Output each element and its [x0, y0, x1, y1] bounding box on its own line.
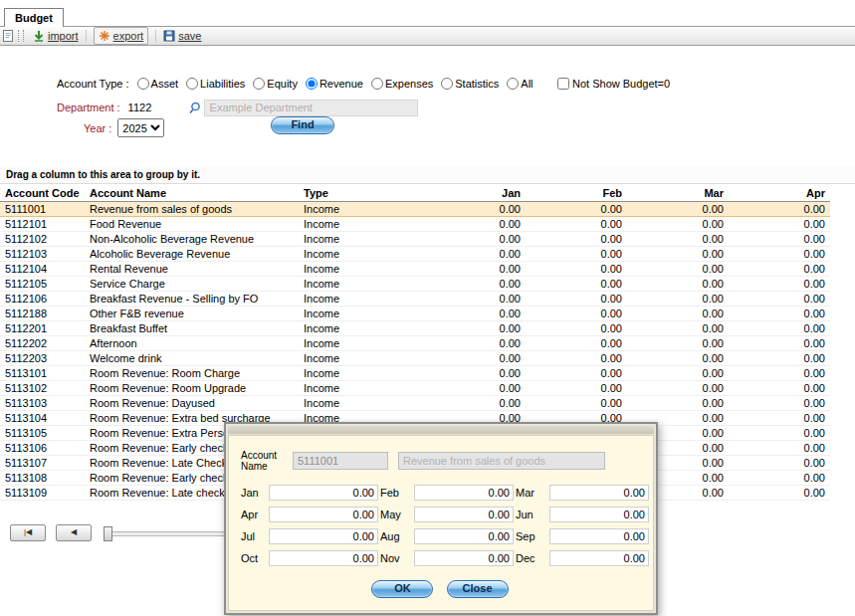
feb-cell: 0.00 [526, 202, 627, 217]
type-cell: Income [299, 217, 433, 232]
feb-cell: 0.00 [526, 247, 627, 262]
table-row[interactable]: 5112203Welcome drinkIncome0.000.000.000.… [0, 351, 830, 366]
apr-cell: 0.00 [729, 381, 830, 396]
month-may-input[interactable] [414, 507, 514, 522]
apr-cell: 0.00 [729, 426, 830, 441]
col-apr[interactable]: Apr [729, 184, 830, 202]
table-row[interactable]: 5113103Room Revenue: DayusedIncome0.000.… [0, 396, 830, 411]
not-show-budget-checkbox[interactable]: Not Show Budget=0 [557, 78, 670, 90]
apr-cell: 0.00 [729, 307, 830, 321]
jan-cell: 0.00 [433, 217, 526, 232]
type-cell: Income [299, 366, 433, 381]
type-cell: Income [299, 336, 433, 351]
table-row[interactable]: 5112106Breakfast Revenue - Selling by FO… [0, 292, 830, 307]
ok-button[interactable]: OK [371, 580, 433, 598]
col-account-name[interactable]: Account Name [85, 184, 299, 202]
account-code-cell: 5112106 [0, 292, 85, 307]
col-mar[interactable]: Mar [627, 184, 729, 202]
account-name-label: Account Name [241, 450, 289, 472]
month-apr-input[interactable] [269, 507, 378, 522]
jan-cell: 0.00 [433, 262, 526, 277]
jan-cell: 0.00 [433, 351, 526, 366]
account-name-cell: Breakfast Buffet [85, 321, 299, 336]
account-type-label: Statistics [455, 78, 499, 90]
account-type-radio-revenue[interactable] [306, 78, 318, 90]
close-button[interactable]: Close [447, 580, 509, 598]
account-type-radio-statistics[interactable] [441, 78, 453, 90]
jan-cell: 0.00 [433, 336, 526, 351]
account-code-cell: 5113102 [0, 381, 85, 396]
table-row[interactable]: 5112101Food RevenueIncome0.000.000.000.0… [0, 217, 830, 232]
table-row[interactable]: 5112105Service ChargeIncome0.000.000.000… [0, 277, 830, 292]
account-name-cell: Room Revenue: Room Upgrade [85, 381, 299, 396]
col-type[interactable]: Type [299, 184, 433, 202]
year-row: Year : 2025 [84, 118, 164, 137]
account-type-option-statistics[interactable]: Statistics [441, 78, 499, 90]
save-button[interactable]: save [163, 28, 201, 44]
dialog-titlebar[interactable] [228, 426, 654, 434]
apr-cell: 0.00 [729, 277, 830, 292]
month-dec-input[interactable] [549, 550, 649, 566]
month-sep-input[interactable] [549, 528, 649, 544]
table-row[interactable]: 5113101Room Revenue: Room ChargeIncome0.… [0, 366, 830, 381]
department-search-icon[interactable] [188, 101, 202, 114]
col-jan[interactable]: Jan [433, 184, 526, 202]
account-type-label: Liabilities [200, 78, 245, 90]
account-type-option-expenses[interactable]: Expenses [371, 78, 433, 90]
col-feb[interactable]: Feb [526, 184, 627, 202]
group-by-bar[interactable]: Drag a column to this area to group by i… [0, 166, 855, 184]
jan-cell: 0.00 [433, 366, 526, 381]
toolbar-separator [86, 30, 87, 42]
account-type-radio-all[interactable] [507, 78, 519, 90]
tab-budget[interactable]: Budget [4, 8, 64, 27]
month-jan-input[interactable] [269, 485, 378, 501]
find-button[interactable]: Find [271, 116, 334, 134]
month-jun-input[interactable] [549, 507, 649, 522]
account-type-option-revenue[interactable]: Revenue [306, 78, 363, 90]
budget-edit-dialog: Account Name JanFebMarAprMayJunJulAugSep… [224, 422, 658, 615]
col-account-code[interactable]: Account Code [0, 184, 85, 202]
prev-page-button[interactable]: ◀ [56, 524, 92, 541]
department-code-input[interactable] [126, 101, 188, 114]
month-nov-label: Nov [380, 552, 412, 564]
account-code-cell: 5113107 [0, 456, 85, 471]
account-code-cell: 5113104 [0, 411, 85, 426]
table-row[interactable]: 5112201Breakfast BuffetIncome0.000.000.0… [0, 321, 830, 336]
account-type-radio-liabilities[interactable] [186, 78, 198, 90]
account-code-cell: 5113106 [0, 441, 85, 456]
month-feb-input[interactable] [414, 485, 514, 501]
month-mar-input[interactable] [549, 485, 649, 501]
table-row[interactable]: 5111001Revenue from sales of goodsIncome… [0, 202, 830, 217]
account-type-option-all[interactable]: All [507, 78, 533, 90]
not-show-budget-input[interactable] [557, 78, 569, 90]
month-aug-input[interactable] [414, 528, 514, 544]
account-type-option-asset[interactable]: Asset [137, 78, 179, 90]
department-row: Department : [57, 99, 418, 116]
table-row[interactable]: 5112104Rental RevenueIncome0.000.000.000… [0, 262, 830, 277]
export-button[interactable]: export [94, 27, 149, 45]
export-icon [99, 30, 110, 42]
table-row[interactable]: 5112188Other F&B revenueIncome0.000.000.… [0, 307, 830, 321]
year-select[interactable]: 2025 [117, 118, 164, 137]
account-type-option-equity[interactable]: Equity [253, 78, 298, 90]
apr-cell: 0.00 [729, 336, 830, 351]
import-button[interactable]: import [33, 28, 79, 44]
month-oct-input[interactable] [269, 550, 378, 566]
account-type-radio-expenses[interactable] [371, 78, 383, 90]
first-page-button[interactable]: |◀ [10, 524, 46, 541]
table-row[interactable]: 5113102Room Revenue: Room UpgradeIncome0… [0, 381, 830, 396]
month-nov-input[interactable] [414, 550, 514, 566]
pager-slider-thumb[interactable] [104, 526, 112, 541]
table-row[interactable]: 5112102Non-Alcoholic Beverage RevenueInc… [0, 232, 830, 247]
table-row[interactable]: 5112202AfternoonIncome0.000.000.000.00 [0, 336, 830, 351]
account-type-option-liabilities[interactable]: Liabilities [186, 78, 245, 90]
account-type-radio-asset[interactable] [137, 78, 149, 90]
type-cell: Income [299, 247, 433, 262]
mar-cell: 0.00 [627, 277, 729, 292]
save-icon [163, 30, 175, 42]
table-row[interactable]: 5112103Alcoholic Beverage RevenueIncome0… [0, 247, 830, 262]
month-jul-input[interactable] [269, 528, 378, 544]
account-name-cell: Alcoholic Beverage Revenue [85, 247, 299, 262]
account-type-radio-equity[interactable] [253, 78, 265, 90]
dialog-buttons: OK Close [241, 580, 639, 598]
